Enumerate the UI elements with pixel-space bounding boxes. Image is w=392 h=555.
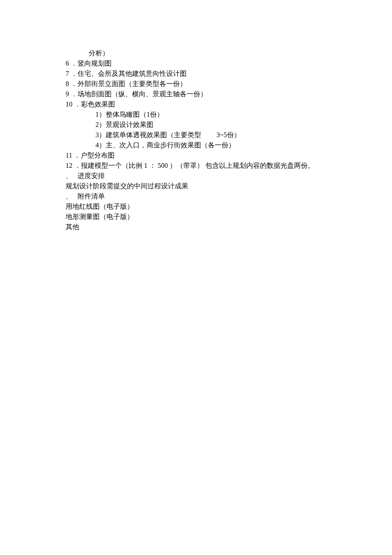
item-text: 户型分布图 <box>81 152 115 159</box>
list-item: 11 ．户型分布图 <box>66 150 338 161</box>
item-text: 场地剖面图（纵、横向、景观主轴各一份） <box>78 90 207 98</box>
sub-list-item: 4）主、次入口，商业步行街效果图（各一份） <box>66 140 338 150</box>
text-line: 其他 <box>66 222 338 232</box>
list-item: 9 ．场地剖面图（纵、横向、景观主轴各一份） <box>66 89 338 99</box>
text-line: 地形测量图（电子版） <box>66 212 338 222</box>
text: 用地红线图（电子版） <box>66 203 134 210</box>
list-item: 6 ．竖向规划图 <box>66 58 338 69</box>
section-heading: 、进度安排 <box>66 171 338 181</box>
item-text: 3）建筑单体透视效果图（主要类型 <box>95 131 201 138</box>
heading-text: 进度安排 <box>78 172 105 179</box>
sub-list-item: 3）建筑单体透视效果图（主要类型3~5份） <box>66 130 338 140</box>
text: 分析） <box>89 49 109 57</box>
item-text: 报建模型一个（比例 1 ： 500 ）（带罩） 包含以上规划内容的数据光盘两份。 <box>81 162 314 169</box>
item-text: 4）主、次入口，商业步行街效果图（各一份） <box>95 141 235 149</box>
item-number: 9 ． <box>66 89 78 99</box>
text: 规划设计阶段需提交的中间过程设计成果 <box>66 182 188 190</box>
document-page: 分析） 6 ．竖向规划图 7 ．住宅、会所及其他建筑意向性设计图 8 ．外部街景… <box>0 0 392 555</box>
list-item: 7 ．住宅、会所及其他建筑意向性设计图 <box>66 69 338 79</box>
item-number: 10 ． <box>66 99 81 109</box>
list-item: 8 ．外部街景立面图（主要类型各一份） <box>66 79 338 89</box>
item-number: 8 ． <box>66 79 78 89</box>
sub-list-item: 1）整体鸟瞰图（1份） <box>66 109 338 120</box>
text: 其他 <box>66 223 79 230</box>
bullet: 、 <box>66 171 78 181</box>
text: 地形测量图（电子版） <box>66 213 134 220</box>
item-text: 彩色效果图 <box>81 101 115 108</box>
heading-text: 附件清单 <box>78 193 105 200</box>
document-body: 分析） 6 ．竖向规划图 7 ．住宅、会所及其他建筑意向性设计图 8 ．外部街景… <box>66 48 338 232</box>
item-text: 2）景观设计效果图 <box>95 121 153 128</box>
item-number: 7 ． <box>66 69 78 79</box>
item-text: 外部街景立面图（主要类型各一份） <box>78 80 187 87</box>
text-line: 分析） <box>66 48 338 58</box>
item-text: 住宅、会所及其他建筑意向性设计图 <box>78 70 187 77</box>
text-line: 规划设计阶段需提交的中间过程设计成果 <box>66 181 338 191</box>
section-heading: 、附件清单 <box>66 191 338 201</box>
item-number: 6 ． <box>66 58 78 69</box>
list-item: 12 ．报建模型一个（比例 1 ： 500 ）（带罩） 包含以上规划内容的数据光… <box>66 161 338 171</box>
text-line: 用地红线图（电子版） <box>66 201 338 212</box>
item-number: 11 ． <box>66 150 81 161</box>
list-item: 10 ．彩色效果图 <box>66 99 338 109</box>
item-text: 1）整体鸟瞰图（1份） <box>95 111 164 118</box>
item-text: 3~5份） <box>216 131 241 138</box>
item-number: 12 ． <box>66 161 81 171</box>
sub-list-item: 2）景观设计效果图 <box>66 120 338 130</box>
bullet: 、 <box>66 191 78 201</box>
item-text: 竖向规划图 <box>78 60 112 67</box>
